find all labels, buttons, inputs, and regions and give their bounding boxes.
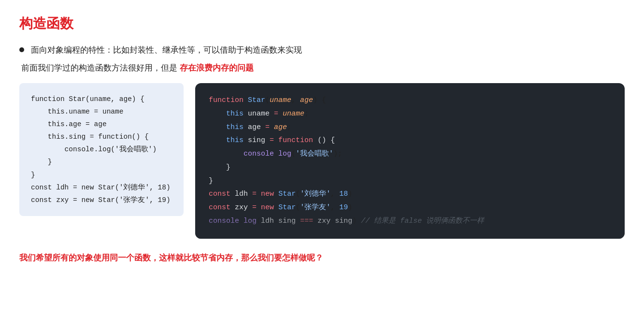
code-left-content: function Star(uname, age) { this.uname =… — [31, 93, 172, 206]
intro-highlight: 存在浪费内存的问题 — [180, 63, 254, 72]
code-panel-right: function Star(uname, age) { this.uname =… — [195, 83, 625, 239]
code-panel-left: function Star(uname, age) { this.uname =… — [19, 83, 184, 216]
intro-line: 前面我们学过的构造函数方法很好用，但是 存在浪费内存的问题 — [21, 62, 625, 73]
code-panels: function Star(uname, age) { this.uname =… — [19, 83, 625, 239]
bullet-item: 面向对象编程的特性：比如封装性、继承性等，可以借助于构造函数来实现 — [19, 44, 625, 56]
bullet-text: 面向对象编程的特性：比如封装性、继承性等，可以借助于构造函数来实现 — [31, 44, 302, 56]
bottom-line: 我们希望所有的对象使用同一个函数，这样就比较节省内存，那么我们要怎样做呢？ — [19, 252, 625, 263]
page-title: 构造函数 — [19, 14, 625, 33]
bullet-icon — [19, 47, 24, 52]
code-right-content: function Star(uname, age) { this.uname =… — [209, 94, 611, 228]
intro-prefix: 前面我们学过的构造函数方法很好用，但是 — [21, 63, 177, 72]
